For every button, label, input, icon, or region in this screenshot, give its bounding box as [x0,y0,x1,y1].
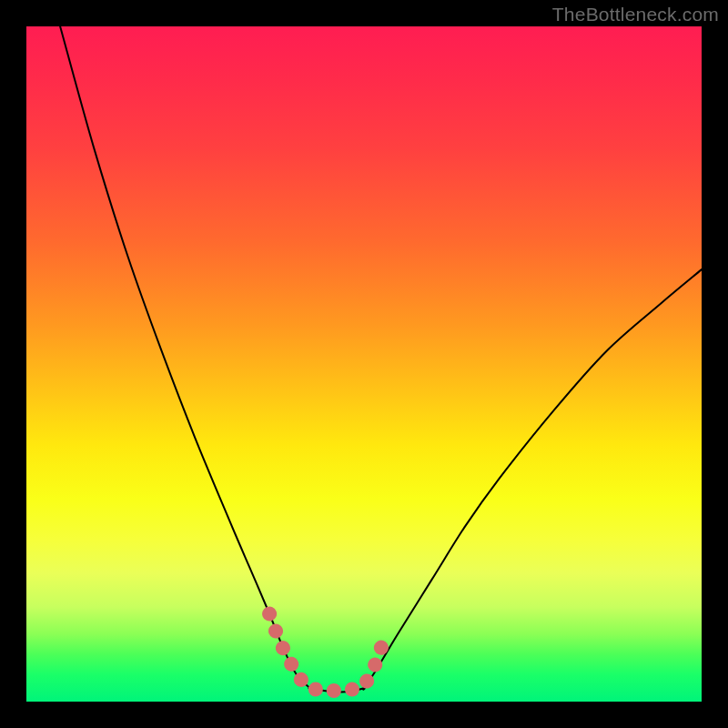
bottleneck-marker [269,614,386,692]
plot-area [26,26,702,702]
curve-layer [26,26,702,702]
bottleneck-curve [60,26,702,692]
chart-stage: TheBottleneck.com [0,0,728,728]
watermark-text: TheBottleneck.com [552,4,719,25]
